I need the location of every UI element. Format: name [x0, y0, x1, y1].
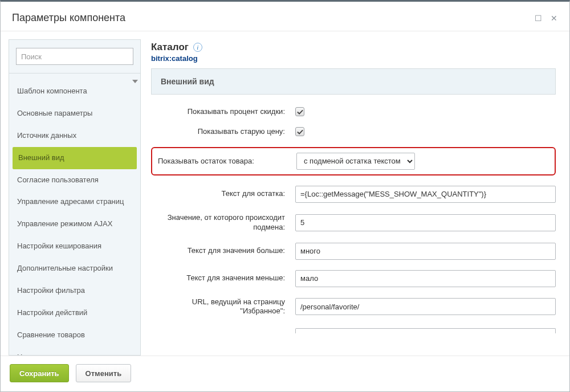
input-stock-text[interactable] [295, 186, 556, 203]
sidebar-item-prices[interactable]: Цены [9, 346, 140, 355]
check-icon [297, 129, 303, 135]
main-panel: Каталог i bitrix:catalog Внешний вид Пок… [151, 39, 561, 356]
row-more-text: Текст для значения больше: [151, 243, 556, 260]
checkbox-show-old-price[interactable] [295, 127, 304, 136]
sidebar-item-cache[interactable]: Настройки кеширования [9, 235, 140, 258]
modal-header: Параметры компонента ☐ ✕ [1, 2, 569, 31]
input-favorite-url[interactable] [295, 298, 556, 315]
row-partial-next [151, 326, 556, 335]
sidebar-item-basic[interactable]: Основные параметры [9, 103, 140, 125]
label-show-stock: Показывать остаток товара: [158, 157, 286, 165]
info-icon[interactable]: i [193, 43, 202, 52]
label-show-discount: Показывать процент скидки: [151, 107, 285, 117]
section-header-appearance: Внешний вид [151, 68, 556, 95]
sidebar-item-compare[interactable]: Сравнение товаров [9, 324, 140, 346]
label-favorite-url: URL, ведущий на страницу "Избранное": [151, 297, 285, 317]
row-threshold: Значение, от которого происходит подмена… [151, 213, 556, 232]
select-show-stock[interactable]: с подменой остатка текстом [296, 153, 415, 170]
sidebar-item-urls[interactable]: Управление адресами страниц [9, 191, 140, 213]
component-code: bitrix:catalog [151, 54, 561, 63]
row-show-old-price: Показывать старую цену: [151, 127, 556, 137]
sidebar-item-additional[interactable]: Дополнительные настройки [9, 258, 140, 280]
save-button[interactable]: Сохранить [10, 364, 69, 382]
cancel-button[interactable]: Отменить [76, 364, 132, 382]
component-title: Каталог [151, 42, 189, 53]
label-show-old-price: Показывать старую цену: [151, 127, 285, 137]
modal-footer: Сохранить Отменить [1, 356, 569, 391]
label-threshold: Значение, от которого происходит подмена… [151, 213, 285, 232]
sidebar-search-wrap [9, 40, 140, 74]
component-title-row: Каталог i [151, 39, 561, 54]
modal-body: Шаблон компонента Основные параметры Ист… [1, 31, 569, 356]
sidebar-item-actions[interactable]: Настройки действий [9, 302, 140, 324]
row-less-text: Текст для значения меньше: [151, 270, 556, 287]
sidebar-item-ajax[interactable]: Управление режимом AJAX [9, 213, 140, 235]
label-more-text: Текст для значения больше: [151, 246, 285, 256]
sidebar-panel: Шаблон компонента Основные параметры Ист… [9, 39, 141, 356]
row-show-discount: Показывать процент скидки: [151, 107, 556, 117]
maximize-icon[interactable]: ☐ [534, 14, 542, 23]
check-icon [297, 109, 303, 115]
modal-window-controls: ☐ ✕ [534, 14, 558, 23]
input-less-text[interactable] [295, 270, 556, 287]
sidebar-item-datasource[interactable]: Источник данных [9, 125, 140, 147]
sidebar-list: Шаблон компонента Основные параметры Ист… [9, 74, 140, 355]
component-params-modal: Параметры компонента ☐ ✕ Шаблон компонен… [0, 0, 570, 392]
row-stock-text: Текст для остатка: [151, 186, 556, 203]
search-input[interactable] [16, 48, 133, 65]
sidebar-item-template[interactable]: Шаблон компонента [9, 80, 140, 103]
modal-title: Параметры компонента [12, 12, 125, 24]
close-icon[interactable]: ✕ [550, 14, 558, 23]
sidebar-item-consent[interactable]: Согласие пользователя [9, 169, 140, 191]
sidebar-item-filter[interactable]: Настройки фильтра [9, 280, 140, 302]
input-partial-next[interactable] [295, 328, 556, 333]
label-less-text: Текст для значения меньше: [151, 273, 285, 283]
label-stock-text: Текст для остатка: [151, 189, 285, 199]
input-threshold[interactable] [295, 214, 556, 231]
input-more-text[interactable] [295, 243, 556, 260]
row-show-stock-highlighted: Показывать остаток товара: с подменой ос… [151, 147, 556, 175]
chevron-down-icon[interactable] [132, 80, 138, 83]
checkbox-show-discount[interactable] [295, 107, 304, 116]
sidebar-item-appearance[interactable]: Внешний вид [13, 147, 137, 169]
row-favorite-url: URL, ведущий на страницу "Избранное": [151, 297, 556, 317]
main-scroll-area[interactable]: Внешний вид Показывать процент скидки: П… [151, 68, 561, 356]
